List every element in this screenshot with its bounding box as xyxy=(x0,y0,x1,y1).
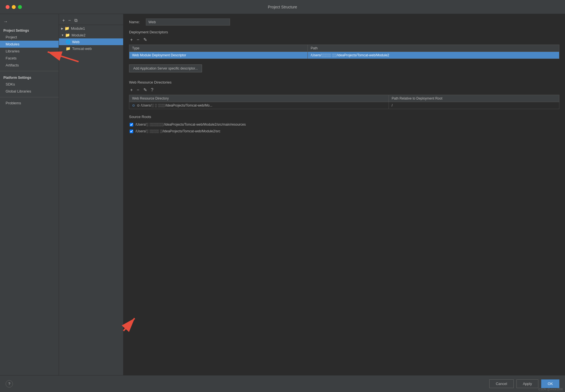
tree-toolbar: + − ⧉ xyxy=(59,16,123,25)
sidebar-item-problems[interactable]: Problems xyxy=(0,100,59,107)
table-row[interactable]: ⊙ ⊙ /Users/░ ░ ░░░/IdeaProjects/Tomcat-w… xyxy=(129,102,559,109)
web-icon: 🌐 xyxy=(66,40,70,44)
sidebar-item-modules[interactable]: Modules xyxy=(0,41,59,48)
web-resources-toolbar: + − ✎ ? xyxy=(129,87,559,93)
project-settings-label: Project Settings xyxy=(0,26,59,34)
source-root-path-0: /Users/░ ░░░░░░/IdeaProjects/Tomcat-web/… xyxy=(135,123,246,126)
sidebar-divider xyxy=(0,71,59,71)
sidebar-item-project[interactable]: Project xyxy=(0,34,59,41)
tree-copy-button[interactable]: ⧉ xyxy=(73,17,79,24)
sidebar-item-libraries[interactable]: Libraries xyxy=(0,48,59,55)
collapse-arrow-module1: ▶ xyxy=(61,27,63,30)
main-layout: → Project Settings Project Modules Libra… xyxy=(0,14,565,375)
sidebar-item-artifacts[interactable]: Artifacts xyxy=(0,62,59,69)
cancel-button[interactable]: Cancel xyxy=(489,379,513,388)
name-label: Name: xyxy=(129,20,143,24)
module-tree: + − ⧉ ▶ 📁 Module1 ▼ 📁 Module2 🌐 Web 📁 To… xyxy=(59,14,123,375)
watermark: CSDN @vince1998 xyxy=(538,388,563,391)
wr-add-button[interactable]: + xyxy=(129,87,134,93)
deployment-remove-button[interactable]: − xyxy=(135,37,140,43)
sidebar-divider-2 xyxy=(0,97,59,97)
deployment-section-title: Deployment Descriptors xyxy=(129,30,559,34)
deployment-add-button[interactable]: + xyxy=(129,37,134,43)
nav-arrow[interactable]: → xyxy=(0,17,59,26)
tree-item-module1[interactable]: ▶ 📁 Module1 xyxy=(59,25,123,32)
source-root-path-1: /Users/░ ░░░░ ░/IdeaProjects/Tomcat-web/… xyxy=(135,129,220,133)
deployment-col-type: Type xyxy=(129,45,308,52)
tree-item-web[interactable]: 🌐 Web xyxy=(59,38,123,45)
apply-button[interactable]: Apply xyxy=(516,379,539,388)
source-root-checkbox-0[interactable] xyxy=(130,123,133,126)
folder-icon: ⊙ xyxy=(132,103,135,107)
wr-remove-button[interactable]: − xyxy=(135,87,140,93)
sidebar-item-facets[interactable]: Facets xyxy=(0,55,59,62)
tree-remove-button[interactable]: − xyxy=(67,17,72,24)
module1-icon: 📁 xyxy=(65,26,69,31)
table-row[interactable]: Web Module Deployment Descriptor /Users/… xyxy=(129,52,559,59)
deployment-table: Type Path Web Module Deployment Descript… xyxy=(129,45,559,59)
window-controls[interactable] xyxy=(6,5,22,9)
web-resources-section-title: Web Resource Directories xyxy=(129,80,559,84)
sidebar: → Project Settings Project Modules Libra… xyxy=(0,14,59,375)
name-input[interactable] xyxy=(146,19,230,26)
wr-col-directory: Web Resource Directory xyxy=(129,95,389,102)
deployment-col-path: Path xyxy=(308,45,559,52)
wr-relative-path-cell: / xyxy=(389,102,559,109)
module2-icon: 📁 xyxy=(65,33,70,37)
web-resources-table: Web Resource Directory Path Relative to … xyxy=(129,95,559,109)
source-root-item-0: /Users/░ ░░░░░░/IdeaProjects/Tomcat-web/… xyxy=(129,121,559,128)
name-row: Name: xyxy=(129,19,559,26)
add-server-button[interactable]: Add Application Server specific descript… xyxy=(129,64,202,72)
tree-add-button[interactable]: + xyxy=(61,17,66,24)
tomcat-web-icon: 📁 xyxy=(66,46,70,51)
platform-settings-label: Platform Settings xyxy=(0,73,59,81)
source-root-item-1: /Users/░ ░░░░ ░/IdeaProjects/Tomcat-web/… xyxy=(129,128,559,135)
source-root-checkbox-1[interactable] xyxy=(130,130,133,133)
content-area: Name: Deployment Descriptors + − ✎ Type … xyxy=(123,14,565,375)
minimize-button[interactable] xyxy=(12,5,16,9)
title-bar: Project Structure xyxy=(0,0,565,14)
help-button[interactable]: ? xyxy=(6,380,13,388)
tree-item-module2[interactable]: ▼ 📁 Module2 xyxy=(59,32,123,38)
sidebar-item-sdks[interactable]: SDKs xyxy=(0,81,59,88)
deployment-toolbar: + − ✎ xyxy=(129,36,559,43)
deployment-type-cell: Web Module Deployment Descriptor xyxy=(129,52,308,59)
source-roots-section-title: Source Roots xyxy=(129,115,559,119)
maximize-button[interactable] xyxy=(18,5,22,9)
wr-directory-cell: ⊙ ⊙ /Users/░ ░ ░░░/IdeaProjects/Tomcat-w… xyxy=(129,102,389,109)
window-title: Project Structure xyxy=(268,5,297,9)
deployment-edit-button[interactable]: ✎ xyxy=(142,36,148,43)
wr-col-relative-path: Path Relative to Deployment Root xyxy=(389,95,559,102)
ok-button[interactable]: OK xyxy=(541,379,559,388)
wr-help-button[interactable]: ? xyxy=(150,87,155,93)
content-inner: Name: Deployment Descriptors + − ✎ Type … xyxy=(123,14,565,139)
tree-item-tomcat-web[interactable]: 📁 Tomcat-web xyxy=(59,45,123,52)
wr-edit-button[interactable]: ✎ xyxy=(142,87,148,93)
deployment-path-cell: /Users/░░░░ ░░/IdeaProjects/Tomcat-web/M… xyxy=(308,52,559,59)
close-button[interactable] xyxy=(6,5,10,9)
collapse-arrow-module2: ▼ xyxy=(61,34,64,37)
bottom-actions: Cancel Apply OK xyxy=(489,379,559,388)
sidebar-item-global-libraries[interactable]: Global Libraries xyxy=(0,88,59,95)
bottom-bar: ? Cancel Apply OK xyxy=(0,375,565,392)
